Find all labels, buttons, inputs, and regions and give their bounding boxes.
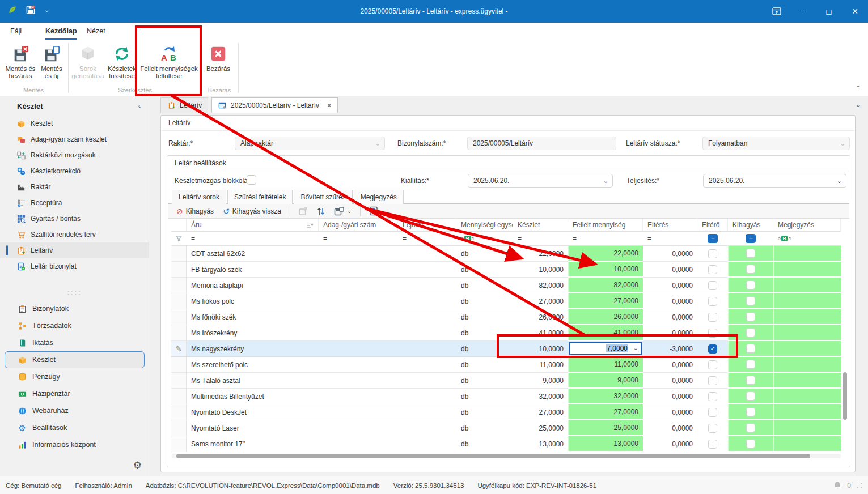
- filter-cell-megjegyzes[interactable]: aBc: [773, 232, 841, 246]
- cell-lejarat[interactable]: [398, 293, 456, 309]
- column-header-elteres[interactable]: Eltérés: [643, 219, 697, 232]
- eltero-checkbox[interactable]: [708, 297, 717, 306]
- cell-elteres[interactable]: 0,0000: [643, 357, 697, 373]
- print-preview-button[interactable]: [366, 205, 382, 218]
- filter-cell-eltero[interactable]: −: [697, 232, 728, 246]
- sidebar-item-raktárközi-mozgások[interactable]: Raktárközi mozgások: [0, 147, 149, 163]
- module-item-webáruház[interactable]: Webáruház: [5, 402, 145, 419]
- kihagyas-checkbox[interactable]: [746, 376, 755, 385]
- kiallitas-date-combobox[interactable]: 2025.06.20. ⌄: [468, 174, 613, 188]
- cell-aru[interactable]: Multimédiás Billentyűzet: [187, 389, 319, 404]
- cell-lejarat[interactable]: [398, 420, 456, 436]
- kihagyas-checkbox[interactable]: [746, 280, 755, 289]
- doc-tab-active-document[interactable]: 2025/00005/Leltárív - Leltárív ✕: [211, 97, 338, 113]
- teljesites-date-combobox[interactable]: 2025.06.20. ⌄: [703, 174, 846, 188]
- cell-lejarat[interactable]: [398, 246, 456, 262]
- save-new-ribbon-button[interactable]: Mentés és új: [37, 42, 66, 90]
- leltariv-statusz-combobox[interactable]: Folyamatban ⌄: [702, 137, 850, 150]
- cell-kihagyas[interactable]: [728, 341, 773, 357]
- cell-mennyisegi-egyseg[interactable]: db: [456, 325, 513, 341]
- sort-order-button[interactable]: [314, 205, 328, 218]
- tab-szűrési-feltételek[interactable]: Szűrési feltételek: [227, 190, 293, 204]
- cell-adag-gyari-szam[interactable]: [319, 246, 398, 262]
- cell-elteres[interactable]: 0,0000: [643, 420, 697, 436]
- cell-elteres[interactable]: 0,0000: [643, 325, 697, 341]
- kihagyas-vissza-button[interactable]: ↺ Kihagyás vissza: [219, 206, 285, 217]
- filter-indeterminate-checkbox[interactable]: −: [708, 234, 718, 243]
- cell-eltero[interactable]: [697, 436, 728, 452]
- filter-cell-fellelt[interactable]: =: [568, 232, 643, 246]
- cell-elteres[interactable]: 0,0000: [643, 246, 697, 262]
- cell-megjegyzes[interactable]: [773, 357, 841, 373]
- cell-fellelt-mennyiseg[interactable]: 22,0000: [568, 246, 643, 262]
- column-header-me[interactable]: Mennyiségi egység: [456, 219, 513, 232]
- cell-lejarat[interactable]: [398, 262, 456, 278]
- kihagyas-checkbox[interactable]: [746, 344, 755, 353]
- column-header-lejarat[interactable]: Lejárat: [398, 219, 456, 232]
- refresh-stocks-ribbon-button[interactable]: Készletek frissítése: [105, 42, 138, 90]
- filter-cell-aru[interactable]: =: [187, 232, 319, 246]
- eltero-checkbox[interactable]: [708, 249, 717, 258]
- cell-mennyisegi-egyseg[interactable]: db: [456, 246, 513, 262]
- eltero-checkbox[interactable]: [708, 281, 717, 290]
- cell-aru[interactable]: Memória alaplapi: [187, 278, 319, 293]
- keszletmozgas-blokkolasa-checkbox[interactable]: [247, 175, 256, 185]
- cell-elteres[interactable]: 0,0000: [643, 373, 697, 389]
- cell-keszlet[interactable]: 13,0000: [513, 436, 568, 452]
- cell-aru[interactable]: Nyomtató DeskJet: [187, 404, 319, 420]
- cell-lejarat[interactable]: [398, 309, 456, 325]
- cell-mennyisegi-egyseg[interactable]: db: [456, 420, 513, 436]
- filter-cell-kihagyas[interactable]: −: [728, 232, 773, 246]
- column-header-kihagyas[interactable]: Kihagyás: [728, 219, 773, 232]
- cell-lejarat[interactable]: [398, 436, 456, 452]
- ribbon-tab-kezdolap[interactable]: Kezdőlap: [45, 23, 77, 40]
- maximize-button[interactable]: ◻: [816, 0, 842, 23]
- kihagyas-button[interactable]: ⊘ Kihagyás: [173, 206, 217, 217]
- filter-cell-me[interactable]: aBc: [456, 232, 513, 246]
- ribbon-display-options-icon[interactable]: [764, 0, 790, 23]
- cell-keszlet[interactable]: 22,0000: [513, 246, 568, 262]
- cell-megjegyzes[interactable]: [773, 404, 841, 420]
- doc-tab-leltariv[interactable]: Leltárív: [160, 97, 208, 113]
- cell-kihagyas[interactable]: [728, 293, 773, 309]
- cell-elteres[interactable]: 0,0000: [643, 293, 697, 309]
- column-header-keszlet[interactable]: Készlet: [513, 219, 568, 232]
- cell-fellelt-mennyiseg[interactable]: 27,0000: [568, 293, 643, 309]
- cell-megjegyzes[interactable]: [773, 262, 841, 278]
- cell-eltero[interactable]: [697, 389, 728, 404]
- cell-keszlet[interactable]: 26,0000: [513, 309, 568, 325]
- cell-megjegyzes[interactable]: [773, 420, 841, 436]
- eltero-checkbox[interactable]: [708, 360, 717, 369]
- cell-mennyisegi-egyseg[interactable]: db: [456, 404, 513, 420]
- cell-keszlet[interactable]: 27,0000: [513, 404, 568, 420]
- cell-kihagyas[interactable]: [728, 373, 773, 389]
- kihagyas-checkbox[interactable]: [746, 423, 755, 432]
- cell-mennyisegi-egyseg[interactable]: db: [456, 436, 513, 452]
- cell-aru[interactable]: Ms Tálaló asztal: [187, 373, 319, 389]
- cell-keszlet[interactable]: 82,0000: [513, 278, 568, 293]
- cell-lejarat[interactable]: [398, 373, 456, 389]
- column-header-adag[interactable]: Adag-/gyári szám: [319, 219, 398, 232]
- tab-bővített-szűrés[interactable]: Bővített szűrés: [294, 190, 352, 204]
- cell-mennyisegi-egyseg[interactable]: db: [456, 357, 513, 373]
- cell-eltero[interactable]: [697, 357, 728, 373]
- cell-lejarat[interactable]: [398, 357, 456, 373]
- kihagyas-checkbox[interactable]: [746, 265, 755, 274]
- cell-keszlet[interactable]: 11,0000: [513, 357, 568, 373]
- kihagyas-checkbox[interactable]: [746, 328, 755, 337]
- cell-adag-gyari-szam[interactable]: [319, 420, 398, 436]
- ribbon-tab-nezet[interactable]: Nézet: [87, 23, 105, 40]
- cell-adag-gyari-szam[interactable]: [319, 373, 398, 389]
- cell-fellelt-mennyiseg[interactable]: 10,0000: [568, 262, 643, 278]
- cell-aru[interactable]: FB tárgyaló szék: [187, 262, 319, 278]
- cell-adag-gyari-szam[interactable]: [319, 325, 398, 341]
- cell-elteres[interactable]: 0,0000: [643, 389, 697, 404]
- cell-aru[interactable]: Ms szerelhető polc: [187, 357, 319, 373]
- cell-kihagyas[interactable]: [728, 278, 773, 293]
- cell-eltero[interactable]: [697, 262, 728, 278]
- cell-megjegyzes[interactable]: [773, 246, 841, 262]
- kihagyas-checkbox[interactable]: [746, 391, 755, 401]
- horizontal-scrollbar-thumb[interactable]: [176, 454, 810, 458]
- resize-grip-icon[interactable]: [857, 483, 862, 488]
- upload-found-quantities-ribbon-button[interactable]: AB Fellelt mennyiségek feltöltése: [139, 42, 198, 90]
